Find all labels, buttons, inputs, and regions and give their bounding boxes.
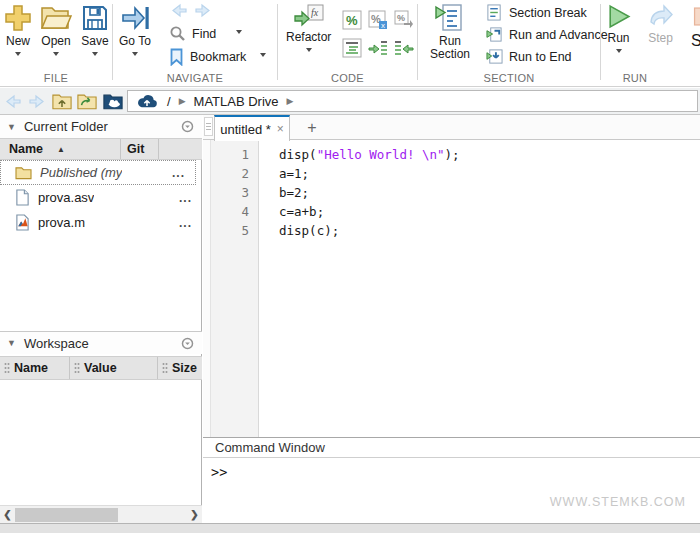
collapse-triangle-icon[interactable]: ▼ — [7, 338, 16, 348]
refactor-dropdown-caret[interactable] — [306, 48, 312, 55]
workspace-header[interactable]: ▼ Workspace — [0, 331, 202, 354]
code-text: disp(c); — [249, 221, 339, 240]
run-section-label: Run Section — [422, 35, 478, 61]
path-toolbar: / ▶ MATLAB Drive ▶ — [0, 88, 700, 115]
breadcrumb-folder[interactable]: MATLAB Drive — [194, 94, 279, 109]
line-number: 4 — [211, 202, 249, 221]
indent-left-button[interactable] — [392, 35, 416, 61]
row-options-button[interactable]: ... — [179, 216, 202, 230]
browse-folder-icon[interactable] — [77, 91, 97, 111]
workspace-column-label: Name — [14, 361, 48, 375]
file-row[interactable]: prova.asv... — [0, 185, 202, 210]
uncomment-button[interactable]: %x — [366, 7, 390, 33]
scroll-left-icon[interactable]: ❮ — [0, 509, 15, 520]
run-group-label: RUN — [600, 72, 670, 84]
run-button[interactable]: Run — [605, 3, 632, 56]
code-text: a=1; — [249, 164, 309, 183]
goto-button-label: Go To — [119, 35, 151, 48]
goto-dropdown-caret[interactable] — [132, 52, 138, 59]
row-options-button[interactable]: ... — [172, 166, 195, 180]
horizontal-scrollbar[interactable]: ❮ ❯ — [0, 505, 202, 523]
bookmark-button[interactable]: Bookmark — [169, 48, 266, 66]
command-prompt[interactable]: >> — [211, 464, 227, 480]
file-row[interactable]: Published (my... — [0, 160, 196, 185]
file-row[interactable]: prova.m... — [0, 210, 202, 235]
tabbar-grip-icon[interactable] — [204, 117, 213, 136]
folder-up-icon[interactable] — [52, 91, 72, 111]
wrap-comments-button[interactable]: % — [392, 7, 416, 33]
code-line[interactable]: 2a=1; — [203, 164, 700, 183]
stop-icon-partial — [691, 3, 700, 30]
section-group-label: SECTION — [418, 72, 600, 84]
breadcrumb-root[interactable]: / — [167, 94, 171, 109]
new-dropdown-caret[interactable] — [15, 52, 21, 59]
nav-back-icon[interactable] — [3, 91, 23, 111]
breadcrumb[interactable]: / ▶ MATLAB Drive ▶ — [127, 90, 698, 112]
cloud-folder-icon[interactable] — [103, 91, 123, 111]
command-window[interactable]: >> WWW.STEMKB.COM — [203, 458, 700, 523]
collapse-triangle-icon[interactable]: ▼ — [7, 122, 16, 132]
code-line[interactable]: 4c=a+b; — [203, 202, 700, 221]
goto-button[interactable]: Go To — [119, 3, 151, 59]
tab-untitled[interactable]: untitled * × — [214, 115, 290, 141]
panel-menu-icon[interactable] — [181, 120, 194, 133]
run-and-advance-button[interactable]: Run and Advance — [486, 26, 608, 43]
find-dropdown-caret[interactable] — [236, 30, 242, 37]
code-editor[interactable]: 1disp("Hello World! \n");2a=1;3b=2;4c=a+… — [203, 140, 700, 437]
run-section-button[interactable]: Run Section — [420, 3, 480, 61]
row-options-button[interactable]: ... — [179, 191, 202, 205]
command-window-title: Command Window — [215, 440, 325, 455]
open-dropdown-caret[interactable] — [53, 52, 59, 59]
save-button[interactable]: Save — [80, 3, 110, 59]
smart-indent-button[interactable] — [340, 35, 364, 61]
column-header-blank[interactable] — [158, 139, 202, 159]
step-button[interactable]: Step — [647, 3, 674, 45]
nav-forward-icon[interactable] — [26, 91, 46, 111]
indent-right-button[interactable] — [366, 35, 390, 61]
run-to-end-button[interactable]: Run to End — [486, 48, 572, 65]
code-line[interactable]: 3b=2; — [203, 183, 700, 202]
save-dropdown-caret[interactable] — [92, 52, 98, 59]
ribbon-group-section: Run Section Section Break Run and Advanc… — [418, 0, 600, 87]
bookmark-icon — [169, 48, 184, 66]
command-window-header[interactable]: Command Window — [203, 437, 700, 458]
stop-button-partial[interactable]: S — [691, 3, 700, 50]
save-button-label: Save — [81, 35, 108, 48]
section-break-button[interactable]: Section Break — [486, 4, 587, 21]
matlab-window: New Open Save FILE Go To — [0, 0, 700, 533]
back-arrow-icon[interactable] — [171, 3, 188, 18]
code-tools: % %x % — [340, 7, 416, 61]
workspace-column-name[interactable]: Name — [0, 357, 70, 379]
current-folder-header[interactable]: ▼ Current Folder — [0, 115, 202, 138]
scrollbar-thumb[interactable] — [15, 508, 118, 522]
find-button[interactable]: Find — [169, 25, 242, 42]
current-folder-columns: Name▲ Git — [0, 138, 202, 160]
open-button[interactable]: Open — [40, 3, 72, 59]
workspace-column-label: Value — [84, 361, 117, 375]
forward-arrow-icon[interactable] — [194, 3, 211, 18]
run-dropdown-caret[interactable] — [616, 49, 622, 56]
refactor-button[interactable]: fx Refactor — [286, 3, 331, 55]
workspace-column-label: Size — [172, 361, 197, 375]
panel-menu-icon[interactable] — [181, 337, 194, 350]
breadcrumb-separator-icon: ▶ — [287, 96, 294, 106]
code-line[interactable]: 1disp("Hello World! \n"); — [203, 145, 700, 164]
new-button[interactable]: New — [3, 3, 33, 59]
workspace-column-value[interactable]: Value — [70, 357, 158, 379]
editor-tab-bar: untitled * × + — [203, 115, 700, 140]
code-group-label: CODE — [278, 72, 417, 84]
comment-button[interactable]: % — [340, 7, 364, 33]
workspace-column-size[interactable]: Size — [158, 357, 202, 379]
nav-history-arrows — [171, 3, 211, 18]
search-icon — [169, 25, 186, 42]
column-header-git[interactable]: Git — [120, 139, 158, 159]
bookmark-dropdown-caret[interactable] — [260, 53, 266, 60]
column-header-name[interactable]: Name▲ — [0, 139, 120, 159]
breadcrumb-separator-icon: ▶ — [179, 96, 186, 106]
new-tab-button[interactable]: + — [301, 117, 323, 138]
run-to-end-label: Run to End — [509, 50, 572, 64]
new-plus-icon — [3, 3, 33, 33]
scroll-right-icon[interactable]: ❯ — [187, 509, 202, 520]
code-line[interactable]: 5disp(c); — [203, 221, 700, 240]
tab-close-icon[interactable]: × — [277, 122, 284, 136]
